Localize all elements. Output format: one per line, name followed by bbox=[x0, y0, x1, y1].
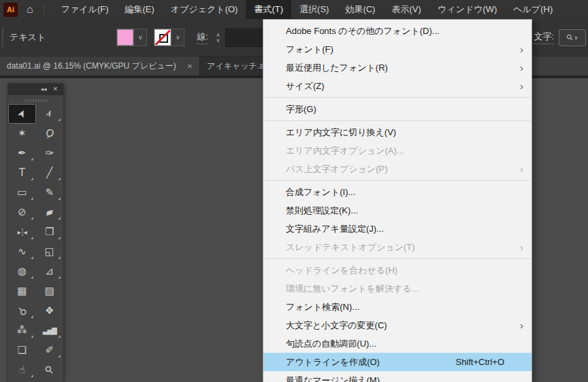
tools-panel-header[interactable]: ◂◂ ✕ bbox=[8, 84, 63, 95]
menu-item-label: Adobe Fonts のその他のフォント(D)... bbox=[286, 25, 440, 37]
selection-tool[interactable]: ➤ bbox=[8, 104, 36, 124]
type-tool[interactable]: T bbox=[8, 163, 36, 183]
menu-item-14[interactable]: 文字組みアキ量設定(J)... bbox=[263, 220, 532, 238]
submenu-arrow-icon: › bbox=[520, 162, 523, 174]
menu-item-20[interactable]: 大文字と小文字の変更(C)› bbox=[263, 316, 532, 334]
stroke-weight-input[interactable] bbox=[225, 29, 266, 47]
mesh-tool[interactable]: ▦ bbox=[8, 281, 36, 301]
tab-data01[interactable]: data01.ai @ 16.15% (CMYK/GPU プレビュー) ✕ bbox=[0, 56, 199, 75]
menu-item-8[interactable]: エリア内文字に切り換え(V) bbox=[263, 123, 532, 141]
width-tool[interactable]: ∿ bbox=[8, 242, 36, 262]
magic-wand-tool[interactable]: ✶ bbox=[8, 124, 36, 143]
menu-item-shortcut: Shift+Ctrl+O bbox=[455, 357, 522, 367]
panel-close-icon[interactable]: ✕ bbox=[52, 86, 58, 92]
shaper-tool[interactable]: ⊘ bbox=[8, 203, 36, 222]
menu-item-label: 字形(G) bbox=[286, 103, 316, 116]
menu-item-label: フォント(F) bbox=[286, 44, 333, 56]
menu-item-label: エリア内文字オプション(A)... bbox=[286, 145, 404, 157]
tools-grid: ➤➢✶Ϙ✒✑T╱▭✎⊘▰▸┆◂❐∿◱◍⊿▦▨⚲❖⁂▃▅▇❏✐☝⚲ bbox=[8, 104, 63, 380]
curvature-tool[interactable]: ✑ bbox=[36, 143, 64, 163]
slice-tool[interactable]: ✐ bbox=[36, 341, 64, 360]
menu-item-2[interactable]: フォント(F)› bbox=[263, 40, 532, 58]
app-logo-icon: Ai bbox=[3, 3, 18, 17]
menubar-item-2[interactable]: 編集(E) bbox=[117, 0, 163, 19]
perspective-grid-tool[interactable]: ⊿ bbox=[36, 262, 64, 281]
menu-item-6[interactable]: 字形(G) bbox=[263, 100, 532, 118]
direct-selection-tool[interactable]: ➢ bbox=[36, 104, 64, 124]
stroke-weight-stepper[interactable]: ∧ ∨ bbox=[213, 33, 223, 43]
column-graph-tool[interactable]: ▃▅▇ bbox=[36, 321, 64, 341]
character-label: 文字: bbox=[534, 31, 554, 44]
home-icon[interactable]: ⌂ bbox=[27, 0, 33, 19]
symbol-sprayer-tool[interactable]: ⁂ bbox=[8, 321, 36, 341]
free-transform-tool-icon: ◱ bbox=[45, 247, 54, 257]
menu-item-label: パス上文字オプション(P) bbox=[286, 163, 387, 175]
magic-wand-tool-icon: ✶ bbox=[18, 128, 27, 139]
menu-item-label: 環境に無いフォントを解決する... bbox=[286, 283, 419, 295]
menu-separator bbox=[264, 258, 531, 259]
search-icon: ⚲ bbox=[565, 33, 575, 43]
rectangle-tool[interactable]: ▭ bbox=[8, 183, 36, 203]
menu-item-23[interactable]: 最適なマージン揃え(M) bbox=[263, 371, 532, 382]
menubar-item-8[interactable]: ウィンドウ(W) bbox=[429, 0, 505, 19]
menu-item-label: アウトラインを作成(O) bbox=[286, 356, 380, 368]
menubar-item-9[interactable]: ヘルプ(H) bbox=[505, 0, 561, 19]
selection-tool-icon: ➤ bbox=[16, 108, 29, 120]
stepper-up-icon[interactable]: ∧ bbox=[213, 33, 223, 37]
paintbrush-tool[interactable]: ✎ bbox=[36, 183, 64, 203]
menu-item-label: 禁則処理設定(K)... bbox=[286, 205, 358, 217]
rotate-tool[interactable]: ▸┆◂ bbox=[8, 222, 36, 242]
menubar-item-6[interactable]: 効果(C) bbox=[337, 0, 383, 19]
menu-item-18: 環境に無いフォントを解決する... bbox=[263, 279, 532, 298]
menu-item-12[interactable]: 合成フォント(I)... bbox=[263, 183, 532, 201]
menubar-item-1[interactable]: ファイル(F) bbox=[53, 0, 117, 19]
menubar-item-3[interactable]: オブジェクト(O) bbox=[163, 0, 246, 19]
eyedropper-tool-icon: ⚲ bbox=[16, 305, 28, 317]
panel-drag-grip[interactable] bbox=[24, 99, 48, 102]
blend-tool[interactable]: ❖ bbox=[36, 301, 64, 321]
tab-close-icon[interactable]: ✕ bbox=[187, 63, 193, 70]
pen-tool[interactable]: ✒ bbox=[8, 143, 36, 163]
menu-item-label: 合成フォント(I)... bbox=[286, 186, 355, 198]
mesh-tool-icon: ▦ bbox=[17, 286, 27, 296]
menu-item-label: 大文字と小文字の変更(C) bbox=[286, 319, 387, 332]
eraser-tool[interactable]: ▰ bbox=[36, 203, 64, 222]
hand-tool-icon: ☝ bbox=[19, 365, 25, 375]
panel-collapse-icon[interactable]: ◂◂ bbox=[40, 86, 46, 92]
zoom-tool[interactable]: ⚲ bbox=[36, 360, 64, 380]
type-menu-dropdown: Adobe Fonts のその他のフォント(D)...フォント(F)›最近使用し… bbox=[263, 19, 532, 382]
line-segment-tool[interactable]: ╱ bbox=[36, 163, 64, 183]
menu-item-4[interactable]: サイズ(Z)› bbox=[263, 77, 532, 95]
eyedropper-tool[interactable]: ⚲ bbox=[8, 301, 36, 321]
artboard-tool[interactable]: ❏ bbox=[8, 341, 36, 360]
paintbrush-tool-icon: ✎ bbox=[45, 188, 54, 198]
control-bar-grip[interactable] bbox=[2, 27, 3, 48]
menubar-item-4[interactable]: 書式(T) bbox=[246, 0, 291, 19]
stroke-color-chevron-icon[interactable]: ∨ bbox=[171, 29, 184, 46]
menu-item-21[interactable]: 句読点の自動調節(U)... bbox=[263, 334, 532, 353]
stepper-down-icon[interactable]: ∨ bbox=[213, 38, 223, 43]
menubar-item-7[interactable]: 表示(V) bbox=[383, 0, 429, 19]
font-search-box[interactable]: ⚲ ∨ bbox=[559, 29, 586, 46]
fill-color-chevron-icon[interactable]: ∨ bbox=[133, 29, 146, 46]
stroke-none-swatch[interactable] bbox=[154, 29, 171, 46]
menu-item-3[interactable]: 最近使用したフォント(R)› bbox=[263, 58, 532, 77]
hand-tool[interactable]: ☝ bbox=[8, 360, 36, 380]
column-graph-tool-icon: ▃▅▇ bbox=[43, 326, 56, 336]
menu-item-13[interactable]: 禁則処理設定(K)... bbox=[263, 201, 532, 220]
gradient-tool[interactable]: ▨ bbox=[36, 281, 64, 301]
lasso-tool[interactable]: Ϙ bbox=[36, 124, 64, 143]
fill-color-swatch[interactable] bbox=[117, 29, 133, 46]
scale-tool[interactable]: ❐ bbox=[36, 222, 64, 242]
rotate-tool-icon: ▸┆◂ bbox=[18, 227, 27, 237]
free-transform-tool[interactable]: ◱ bbox=[36, 242, 64, 262]
menu-bar: Ai ⌂ ファイル(F)編集(E)オブジェクト(O)書式(T)選択(S)効果(C… bbox=[0, 0, 588, 19]
menu-separator bbox=[264, 120, 531, 121]
menu-item-1[interactable]: Adobe Fonts のその他のフォント(D)... bbox=[263, 22, 532, 40]
shape-builder-tool[interactable]: ◍ bbox=[8, 262, 36, 281]
menu-item-22[interactable]: アウトラインを作成(O)Shift+Ctrl+O bbox=[263, 353, 532, 371]
menu-item-19[interactable]: フォント検索(N)... bbox=[263, 298, 532, 316]
menubar-item-5[interactable]: 選択(S) bbox=[291, 0, 337, 19]
width-tool-icon: ∿ bbox=[18, 247, 27, 257]
scale-tool-icon: ❐ bbox=[45, 227, 54, 237]
